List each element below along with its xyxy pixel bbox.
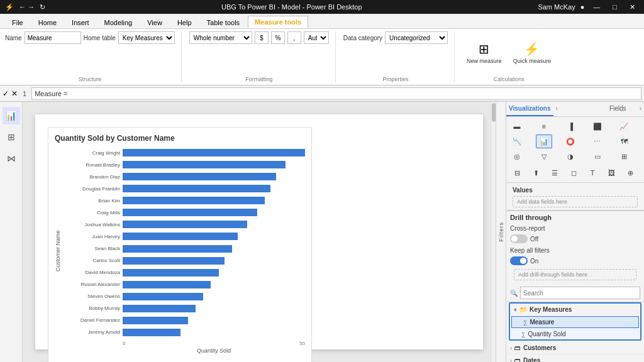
viz-image[interactable]: 🖼 bbox=[603, 166, 619, 180]
comma-btn[interactable]: , bbox=[287, 31, 301, 44]
viz-pie[interactable]: ⭕ bbox=[562, 134, 579, 148]
viz-bar-selected[interactable]: 📊 bbox=[536, 134, 552, 148]
decimal-select[interactable]: Auto bbox=[304, 31, 329, 44]
bar-label: Juan Harvey bbox=[64, 234, 120, 239]
bar-row: Brandon Diaz bbox=[64, 172, 305, 182]
qty-name: Quantity Sold bbox=[528, 331, 565, 337]
bar-row: Ronald Bradley bbox=[64, 160, 305, 170]
formatting-controls: Whole number $ % , Auto bbox=[189, 31, 329, 45]
viz-funnel[interactable]: ▽ bbox=[536, 150, 552, 163]
filters-sidebar[interactable]: Filters bbox=[496, 102, 506, 362]
nav-data-icon[interactable]: ⊞ bbox=[3, 128, 20, 146]
viz-clustered-col[interactable]: ⬛ bbox=[589, 119, 606, 133]
home-table-select[interactable]: Key Measures bbox=[118, 31, 175, 44]
cross-report-state: Off bbox=[530, 236, 538, 243]
tab-view[interactable]: View bbox=[140, 16, 169, 28]
viz-line[interactable]: 📈 bbox=[616, 119, 632, 133]
tab-file[interactable]: File bbox=[5, 16, 30, 28]
cross-report-thumb bbox=[511, 236, 518, 242]
format-type-select[interactable]: Whole number bbox=[189, 31, 252, 44]
key-measures-group: ▾ 📁 Key Measures ∑ Measure ∑ Quantity So… bbox=[509, 302, 641, 341]
tab-home[interactable]: Home bbox=[31, 16, 64, 28]
tab-visualizations[interactable]: Visualizations bbox=[506, 102, 553, 116]
drillthrough-drop-zone[interactable]: Add drill-through fields here bbox=[514, 269, 636, 280]
viz-clustered-bar[interactable]: ≡ bbox=[536, 119, 552, 133]
name-input[interactable] bbox=[25, 31, 81, 44]
bar-fill bbox=[123, 197, 265, 204]
canvas-scrollbar[interactable] bbox=[491, 102, 496, 362]
values-section: Values Add data fields here bbox=[506, 183, 644, 211]
scrollbar-thumb[interactable] bbox=[492, 103, 496, 122]
bar-fill bbox=[123, 173, 276, 180]
measure-item[interactable]: ∑ Measure bbox=[511, 316, 639, 328]
viz-donut[interactable]: ◎ bbox=[509, 150, 525, 163]
viz-custom[interactable]: ⊕ bbox=[622, 166, 638, 180]
viz-slicer[interactable]: ☰ bbox=[547, 166, 563, 180]
viz-matrix[interactable]: ⊟ bbox=[509, 166, 525, 180]
calculations-controls: ⊞ New measure ⚡ Quick measure bbox=[462, 31, 555, 74]
window-controls-left[interactable]: ← → bbox=[19, 3, 35, 11]
minimize-btn[interactable]: — bbox=[589, 3, 604, 11]
key-measures-name: Key Measures bbox=[530, 306, 636, 313]
tab-modeling[interactable]: Modeling bbox=[97, 16, 140, 28]
viz-tab-arrow[interactable]: › bbox=[553, 102, 560, 116]
bar-label: Jeremy Arnold bbox=[64, 329, 120, 335]
quantity-sold-item[interactable]: ∑ Quantity Sold bbox=[510, 329, 640, 339]
formula-input[interactable] bbox=[31, 87, 641, 100]
bar-row: Brian Kim bbox=[64, 195, 305, 206]
cross-report-label: Cross-report bbox=[510, 225, 640, 232]
dates-name: Dates bbox=[523, 357, 640, 362]
dollar-btn[interactable]: $ bbox=[255, 31, 269, 44]
values-drop-zone[interactable]: Add data fields here bbox=[513, 196, 638, 207]
viz-text[interactable]: T bbox=[584, 166, 601, 180]
tab-table-tools[interactable]: Table tools bbox=[200, 16, 247, 28]
viz-map[interactable]: 🗺 bbox=[616, 134, 632, 148]
viz-stacked-col[interactable]: ▐ bbox=[562, 119, 579, 133]
fields-search-input[interactable] bbox=[520, 287, 640, 299]
bar-label: Douglas Franklin bbox=[64, 186, 120, 192]
close-btn[interactable]: ✕ bbox=[626, 3, 639, 11]
quick-measure-btn[interactable]: ⚡ Quick measure bbox=[509, 31, 556, 74]
refresh-btn[interactable]: ↻ bbox=[40, 3, 45, 11]
qty-icon: ∑ bbox=[521, 331, 525, 337]
formula-cross[interactable]: ✕ bbox=[11, 89, 18, 98]
customers-expand-icon: › bbox=[510, 345, 512, 351]
bar-fill bbox=[123, 257, 225, 265]
viz-shape[interactable]: ◻ bbox=[565, 166, 582, 180]
nav-model-icon[interactable]: ⋈ bbox=[3, 150, 20, 167]
bar-bg bbox=[123, 221, 305, 228]
data-category-select[interactable]: Uncategorized bbox=[385, 31, 448, 44]
viz-card[interactable]: ▭ bbox=[589, 150, 606, 163]
keep-filters-thumb bbox=[520, 258, 526, 264]
customers-header[interactable]: › 🗃 Customers bbox=[506, 342, 644, 354]
tab-measure-tools[interactable]: Measure tools bbox=[248, 16, 308, 28]
new-measure-btn[interactable]: ⊞ New measure bbox=[462, 31, 506, 74]
ribbon-group-structure: Name Home table Key Measures Structure bbox=[5, 31, 182, 82]
customers-name: Customers bbox=[523, 344, 640, 351]
formula-checkmark[interactable]: ✓ bbox=[3, 89, 9, 98]
tab-fields-label[interactable]: Fields bbox=[599, 102, 637, 116]
keep-filters-toggle[interactable] bbox=[510, 256, 528, 265]
percent-btn[interactable]: % bbox=[271, 31, 285, 44]
tab-help[interactable]: Help bbox=[170, 16, 199, 28]
viz-scatter[interactable]: ⋯ bbox=[589, 134, 606, 148]
dates-header[interactable]: › 🗃 Dates bbox=[506, 354, 644, 362]
key-measures-header[interactable]: ▾ 📁 Key Measures bbox=[510, 304, 640, 315]
viz-gauge[interactable]: ◑ bbox=[562, 150, 579, 163]
viz-area[interactable]: 📉 bbox=[509, 134, 525, 148]
viz-stacked-bar[interactable]: ▬ bbox=[509, 119, 525, 133]
nav-report-icon[interactable]: 📊 bbox=[3, 107, 20, 124]
fields-tab-arrow[interactable]: › bbox=[637, 102, 644, 116]
viz-table[interactable]: ⊞ bbox=[616, 150, 632, 163]
chart-container[interactable]: Quantity Sold by Customer Name Customer … bbox=[48, 127, 312, 362]
cross-report-toggle[interactable] bbox=[510, 234, 528, 243]
bar-row: Russel Alexander bbox=[64, 280, 305, 290]
ribbon-group-properties: Data category Uncategorized Properties bbox=[343, 31, 455, 82]
tab-insert[interactable]: Insert bbox=[65, 16, 96, 28]
bar-row: David Mendoza bbox=[64, 268, 305, 278]
bar-label: Daniel Fernandez bbox=[64, 317, 120, 323]
bar-row: Daniel Fernandez bbox=[64, 315, 305, 326]
x-axis: 0 50 bbox=[64, 341, 305, 346]
maximize-btn[interactable]: □ bbox=[609, 3, 621, 11]
viz-kpi[interactable]: ⬆ bbox=[528, 166, 544, 180]
